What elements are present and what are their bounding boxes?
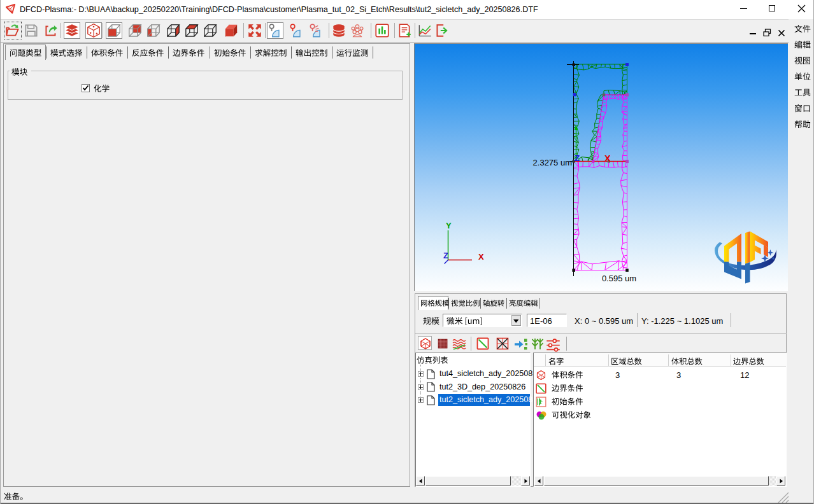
svg-text:Z: Z <box>443 251 448 260</box>
svg-text:Y: Y <box>446 221 452 230</box>
svg-text:X: X <box>478 252 484 262</box>
svg-text:Z: Z <box>575 153 580 163</box>
svg-text:X: X <box>604 153 611 164</box>
svg-text:2.3275 um: 2.3275 um <box>533 158 572 167</box>
svg-text:0.595 um: 0.595 um <box>602 274 636 283</box>
